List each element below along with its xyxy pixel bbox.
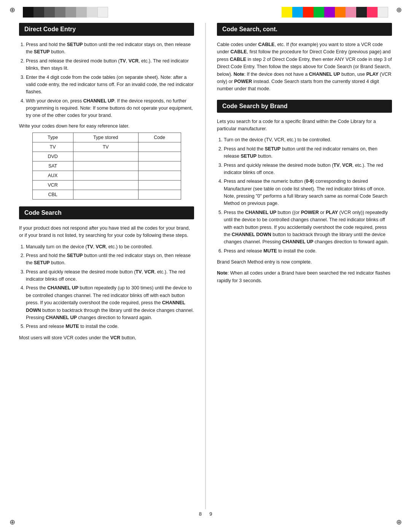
csb-step-5: Press the CHANNEL UP button ((or POWER o…: [224, 209, 392, 246]
step-2: Press and release the desired mode butto…: [26, 58, 194, 72]
csb-step-2: Press and hold the SETUP button until th…: [224, 145, 392, 160]
direct-code-entry-section: Direct Code Entry Press and hold the SET…: [19, 23, 194, 200]
stored-cbl: [73, 190, 138, 199]
csb-step-6: Press and release MUTE to install the co…: [224, 248, 392, 255]
code-search-by-brand-header: Code Search by Brand: [217, 100, 392, 113]
step-1: Press and hold the SETUP button until th…: [26, 41, 194, 56]
page-container: ⊕ ⊕ ⊕ ⊕ Direct Code Entry: [0, 0, 411, 532]
csb-step-3: Press and quickly release the desired mo…: [224, 162, 392, 177]
color-bar-right: [282, 7, 388, 18]
code-table: Type Type stored Code TV TV DVD: [32, 133, 181, 200]
ref-text: Write your codes down here for easy refe…: [19, 123, 194, 129]
csb-step-4: Press and release the numeric button (0-…: [224, 178, 392, 208]
code-cbl: [138, 190, 181, 199]
color-bar-left: [23, 7, 108, 18]
type-vcr: VCR: [32, 180, 73, 190]
type-dvd: DVD: [32, 152, 73, 161]
cs-step-5: Press and release MUTE to install the co…: [26, 323, 194, 330]
table-row: TV TV: [32, 142, 181, 152]
stored-sat: [73, 161, 138, 171]
table-row: DVD: [32, 152, 181, 161]
center-divider: [206, 23, 206, 509]
table-header-row: Type Type stored Code: [32, 133, 181, 142]
brand-complete-text: Brand Search Method entry is now complet…: [217, 259, 392, 266]
csb-step-1: Turn on the device (TV, VCR, etc.) to be…: [224, 136, 392, 144]
code-search-header: Code Search: [19, 206, 194, 219]
code-search-cont-body: Cable codes under CABLE, etc. If (for ex…: [217, 41, 392, 93]
code-search-by-brand-intro: Lets you search for a code for a specifi…: [217, 118, 392, 133]
code-search-section: Code Search If your product does not res…: [19, 206, 194, 342]
code-aux: [138, 171, 181, 180]
type-sat: SAT: [32, 161, 73, 171]
code-search-cont-header: Code Search, cont.: [217, 23, 392, 36]
table-row: SAT: [32, 161, 181, 171]
type-tv: TV: [32, 142, 73, 152]
code-vcr: [138, 180, 181, 190]
corner-mark-tr: ⊕: [394, 5, 403, 14]
left-column: Direct Code Entry Press and hold the SET…: [19, 23, 206, 509]
corner-mark-bl: ⊕: [8, 518, 17, 527]
cs-step-3: Press and quickly release the desired mo…: [26, 268, 194, 283]
cs-step-2: Press and hold the SETUP button until th…: [26, 252, 194, 267]
code-search-intro: If your product does not respond after y…: [19, 225, 194, 240]
direct-code-entry-steps: Press and hold the SETUP button until th…: [19, 41, 194, 120]
code-dvd: [138, 152, 181, 161]
col-type: Type: [32, 133, 73, 142]
stored-tv: TV: [73, 142, 138, 152]
type-cbl: CBL: [32, 190, 73, 199]
step-4: With your device on, press CHANNEL UP. I…: [26, 97, 194, 120]
stored-dvd: [73, 152, 138, 161]
col-type-stored: Type stored: [73, 133, 138, 142]
page-number-right: 9: [209, 511, 212, 517]
right-column: Code Search, cont. Cable codes under CAB…: [206, 23, 392, 509]
table-row: CBL: [32, 190, 181, 199]
cs-step-1: Manually turn on the device (TV, VCR, et…: [26, 243, 194, 251]
col-code: Code: [138, 133, 181, 142]
code-search-by-brand-section: Code Search by Brand Lets you search for…: [217, 100, 392, 285]
code-sat: [138, 161, 181, 171]
code-search-by-brand-steps: Turn on the device (TV, VCR, etc.) to be…: [217, 136, 392, 255]
stored-aux: [73, 171, 138, 180]
corner-mark-tl: ⊕: [8, 5, 17, 14]
brand-note-text: Note: When all codes under a Brand have …: [217, 270, 392, 284]
table-row: VCR: [32, 180, 181, 190]
direct-code-entry-header: Direct Code Entry: [19, 23, 194, 36]
corner-mark-br: ⊕: [394, 518, 403, 527]
code-search-steps: Manually turn on the device (TV, VCR, et…: [19, 243, 194, 331]
stored-vcr: [73, 180, 138, 190]
type-aux: AUX: [32, 171, 73, 180]
step-3: Enter the 4 digit code from the code tab…: [26, 74, 194, 96]
table-row: AUX: [32, 171, 181, 180]
code-tv: [138, 142, 181, 152]
code-search-cont-section: Code Search, cont. Cable codes under CAB…: [217, 23, 392, 93]
page-number-left: 8: [199, 511, 202, 517]
cs-step-4: Press the CHANNEL UP button repeatedly (…: [26, 284, 194, 321]
code-search-footer: Most users will store VCR codes under th…: [19, 334, 194, 342]
